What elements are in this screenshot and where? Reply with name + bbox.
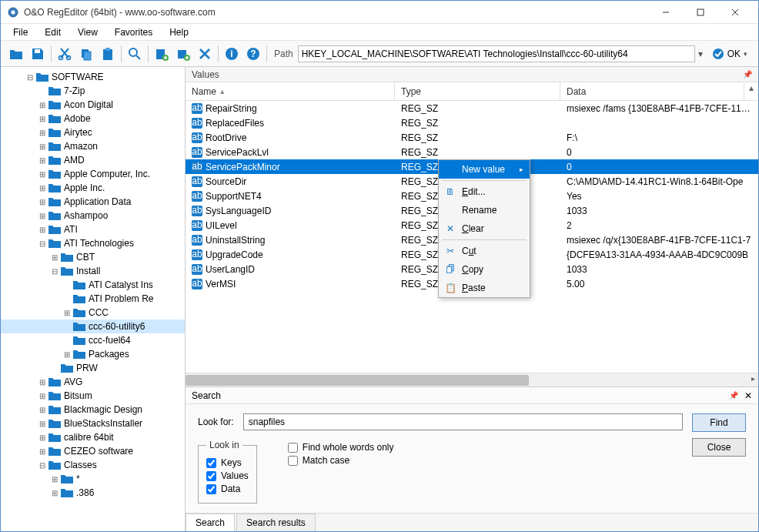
tree-node-amd[interactable]: ⊞AMD [1,153,185,167]
tree-toggle[interactable]: ⊞ [38,419,47,428]
pin-icon[interactable]: 📌 [743,70,752,79]
tree-node-avg[interactable]: ⊞AVG [1,375,185,389]
tree-node-ccc-fuel64[interactable]: ccc-fuel64 [1,333,185,347]
menu-view[interactable]: View [70,25,105,39]
ctx-rename[interactable]: Rename [439,201,530,219]
menu-favorites[interactable]: Favorites [107,25,160,39]
delete-icon[interactable] [194,43,216,65]
grid-body[interactable]: abRepairStringREG_SZmsiexec /fams {130E8… [186,101,758,373]
ctx-edit[interactable]: 🗎Edit... [439,182,530,201]
tree-toggle[interactable]: ⊞ [38,128,47,137]
new-value-icon[interactable] [172,43,194,65]
tree-toggle[interactable]: ⊞ [38,156,47,165]
search-pin-icon[interactable]: 📌 [729,391,738,400]
new-key-icon[interactable] [151,43,172,65]
path-input[interactable] [298,45,695,62]
tree-toggle[interactable]: ⊞ [38,433,47,442]
search-close-icon[interactable]: ✕ [744,390,752,401]
tree-toggle[interactable]: ⊞ [38,142,47,151]
search-close-button[interactable]: Close [692,438,746,457]
tree-toggle[interactable]: ⊞ [38,225,47,234]
tree-toggle[interactable]: ⊞ [38,114,47,123]
tree-toggle[interactable]: ⊞ [38,391,47,400]
tree-node-prw[interactable]: PRW [1,361,185,375]
minimize-button[interactable] [648,2,683,23]
tree-node-ati[interactable]: ⊞ATI [1,223,185,236]
ctx-new-value[interactable]: New value▸ [439,160,530,179]
match-case-checkbox[interactable]: Match case [288,455,394,466]
tree-node-adobe[interactable]: ⊞Adobe [1,112,185,125]
ctx-cut[interactable]: ✂Cut [439,242,530,260]
scroll-up-icon[interactable]: ▴ [744,82,758,100]
tree-node-apple-inc-[interactable]: ⊞Apple Inc. [1,181,185,195]
close-button[interactable] [717,2,752,23]
tree-toggle[interactable]: ⊞ [38,211,47,220]
find-button[interactable]: Find [692,413,746,432]
tree-toggle[interactable]: ⊞ [38,197,47,206]
path-dropdown-icon[interactable]: ▾ [695,49,706,59]
tree-toggle[interactable]: ⊞ [38,183,47,192]
horizontal-scrollbar[interactable]: ▸ [186,373,758,386]
value-row[interactable]: abRootDriveREG_SZF:\ [186,130,758,145]
ctx-clear[interactable]: ✕Clear [439,219,530,238]
tree-toggle[interactable]: ⊟ [38,460,47,470]
tree-toggle[interactable]: ⊞ [50,474,59,483]
tree-node-calibre-64bit[interactable]: ⊞calibre 64bit [1,430,185,444]
tree-node-airytec[interactable]: ⊞Airytec [1,125,185,139]
value-row[interactable]: abRepairStringREG_SZmsiexec /fams {130E8… [186,101,758,115]
tree-node-install[interactable]: ⊟Install [1,264,185,278]
tree-panel[interactable]: ⊟SOFTWARE7-Zip⊞Acon Digital⊞Adobe⊞Airyte… [1,67,186,531]
maximize-button[interactable] [683,2,717,23]
tree-toggle[interactable]: ⊟ [25,72,35,82]
cut-icon[interactable] [54,43,75,65]
tree-node-ati-problem-re[interactable]: ATI Problem Re [1,292,185,306]
keys-checkbox[interactable]: Keys [206,457,249,468]
ctx-paste[interactable]: 📋Paste [439,279,530,297]
tree-toggle[interactable]: ⊟ [38,239,47,248]
menu-help[interactable]: Help [162,25,196,39]
tree-node-ccc[interactable]: ⊞CCC [1,306,185,320]
tree-toggle[interactable]: ⊞ [38,447,47,456]
tree-toggle[interactable]: ⊞ [38,169,47,179]
tree-node-ati-catalyst-ins[interactable]: ATI Catalyst Ins [1,278,185,292]
ctx-copy[interactable]: 🗍Copy [439,260,530,279]
whole-words-checkbox[interactable]: Find whole words only [288,442,394,453]
tree-toggle[interactable]: ⊞ [50,253,59,262]
tab-search[interactable]: Search [186,514,235,531]
values-checkbox[interactable]: Values [206,470,249,481]
open-icon[interactable] [5,43,27,65]
column-data[interactable]: Data [560,82,744,100]
tree-node-cezeo-software[interactable]: ⊞CEZEO software [1,444,185,458]
look-for-input[interactable] [243,413,683,430]
tree-node-bluestacksinstaller[interactable]: ⊞BlueStacksInstaller [1,417,185,430]
column-type[interactable]: Type [395,82,560,100]
tree-node--[interactable]: ⊞* [1,472,185,486]
tree-node-bitsum[interactable]: ⊞Bitsum [1,389,185,403]
tree-toggle[interactable]: ⊞ [62,308,72,317]
tree-toggle[interactable]: ⊞ [38,100,47,109]
tree-node-ccc-60-utility6[interactable]: ccc-60-utility6 [1,320,185,333]
tree-node-packages[interactable]: ⊞Packages [1,347,185,361]
tree-node-classes[interactable]: ⊟Classes [1,458,185,472]
tree-toggle[interactable]: ⊞ [50,488,59,497]
tree-toggle[interactable]: ⊞ [38,405,47,414]
tree-node-application-data[interactable]: ⊞Application Data [1,195,185,209]
help-icon[interactable]: ? [242,43,264,65]
tree-node-acon-digital[interactable]: ⊞Acon Digital [1,98,185,112]
info-icon[interactable]: i [221,43,242,65]
tree-node-7-zip[interactable]: 7-Zip [1,84,185,98]
menu-file[interactable]: File [5,25,35,39]
data-checkbox[interactable]: Data [206,483,249,494]
tree-node-ashampoo[interactable]: ⊞Ashampoo [1,209,185,223]
tree-node-ati-technologies[interactable]: ⊟ATI Technologies [1,236,185,250]
copy-icon[interactable] [75,43,97,65]
search-icon[interactable] [124,43,145,65]
save-icon[interactable] [27,43,48,65]
ok-button[interactable]: OK ▾ [706,48,754,60]
column-name[interactable]: Name ▲ [186,82,395,100]
tree-node-blackmagic-design[interactable]: ⊞Blackmagic Design [1,403,185,417]
tree-node-software[interactable]: ⊟SOFTWARE [1,70,185,84]
value-row[interactable]: abServicePackLvlREG_SZ0 [186,145,758,159]
tree-toggle[interactable]: ⊞ [38,377,47,386]
tree-toggle[interactable]: ⊞ [62,350,72,359]
